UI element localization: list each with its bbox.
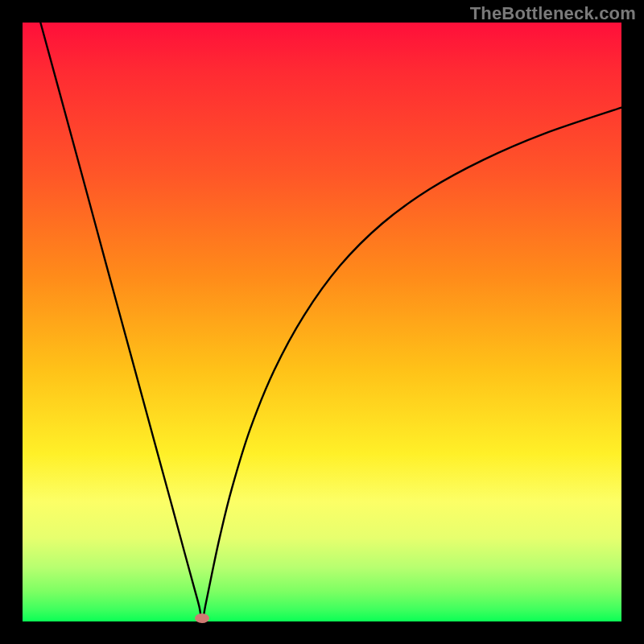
plot-area — [23, 23, 621, 621]
chart-frame: TheBottleneck.com — [0, 0, 644, 644]
bottleneck-curve — [23, 23, 621, 621]
trough-marker — [195, 613, 209, 623]
watermark-text: TheBottleneck.com — [470, 3, 636, 24]
